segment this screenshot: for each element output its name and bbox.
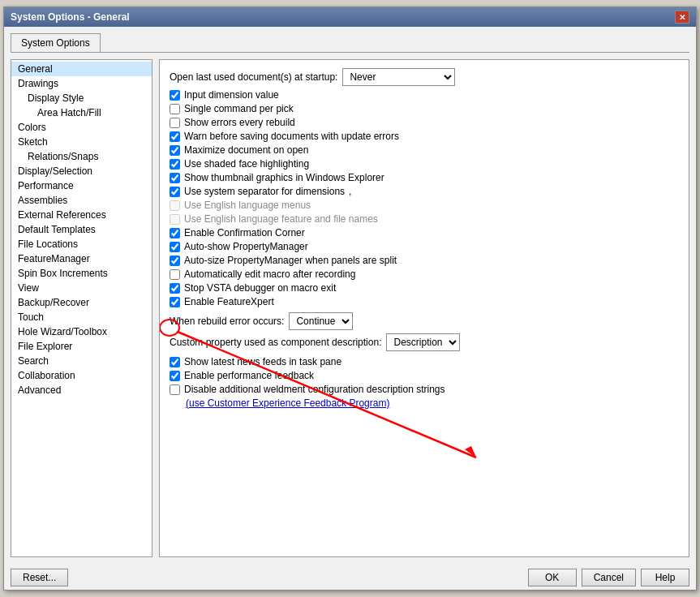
rebuild-label: When rebuild error occurs: [170, 316, 284, 327]
close-button[interactable]: ✕ [675, 11, 689, 24]
checkbox-cb11[interactable] [170, 228, 180, 238]
sidebar-item[interactable]: Default Templates [11, 222, 152, 237]
checkbox-lcb3[interactable] [170, 384, 180, 395]
sidebar: GeneralDrawingsDisplay StyleArea Hatch/F… [11, 59, 152, 557]
checkboxes-container: Input dimension valueSingle command per … [170, 89, 679, 307]
checkbox-cb2[interactable] [170, 104, 180, 114]
checkbox-row: Maximize document on open [170, 144, 679, 156]
main-panel: Open last used document(s) at startup: N… [159, 59, 689, 557]
custom-prop-select[interactable]: DescriptionTitleCustom [386, 333, 460, 351]
window-body: System Options GeneralDrawingsDisplay St… [4, 27, 696, 564]
checkbox-cb12[interactable] [170, 242, 180, 252]
sidebar-item[interactable]: Display/Selection [11, 164, 152, 178]
reset-button[interactable]: Reset... [11, 569, 68, 586]
checkbox-cb10[interactable] [170, 214, 180, 225]
sidebar-item[interactable]: Performance [11, 178, 152, 193]
sidebar-item[interactable]: Relations/Snaps [11, 149, 152, 164]
checkbox-label: Use English language feature and file na… [184, 213, 378, 225]
main-window: System Options - General ✕ System Option… [3, 6, 697, 591]
sidebar-item[interactable]: Hole Wizard/Toolbox [11, 324, 152, 339]
checkbox-row: Auto-show PropertyManager [170, 241, 679, 252]
sidebar-item[interactable]: FeatureManager [11, 251, 152, 266]
checkbox-cb13[interactable] [170, 256, 180, 266]
sidebar-item[interactable]: General [11, 62, 152, 76]
ok-button[interactable]: OK [528, 569, 577, 586]
sidebar-item[interactable]: File Locations [11, 237, 152, 251]
sidebar-item[interactable]: View [11, 281, 152, 295]
checkbox-lcb1[interactable] [170, 357, 180, 367]
tab-system-options[interactable]: System Options [11, 33, 101, 52]
checkbox-row: Input dimension value [170, 89, 679, 101]
startup-label: Open last used document(s) at startup: [170, 71, 337, 83]
sidebar-item[interactable]: Search [11, 354, 152, 368]
sidebar-item[interactable]: Assemblies [11, 193, 152, 208]
help-button[interactable]: Help [641, 569, 689, 586]
checkbox-cb4[interactable] [170, 131, 180, 142]
checkbox-cb16[interactable] [170, 297, 180, 307]
checkbox-cb1[interactable] [170, 90, 180, 101]
checkbox-row: Stop VSTA debugger on macro exit [170, 282, 679, 294]
checkbox-row: Use shaded face highlighting [170, 158, 679, 170]
sidebar-item[interactable]: Display Style [11, 91, 152, 105]
checkbox-row: Single command per pick [170, 103, 679, 114]
checkbox-label: Auto-show PropertyManager [184, 241, 308, 252]
checkbox-cb3[interactable] [170, 118, 180, 128]
checkbox-label: Show thumbnail graphics in Windows Explo… [184, 172, 384, 183]
checkbox-label: Warn before saving documents with update… [184, 131, 399, 142]
sidebar-item[interactable]: Backup/Recover [11, 295, 152, 310]
rebuild-select[interactable]: ContinueStopPrompt [289, 312, 353, 330]
rebuild-row: When rebuild error occurs: ContinueStopP… [170, 312, 679, 330]
checkbox-row: Use system separator for dimensions , [170, 186, 679, 197]
checkbox-row: Enable Confirmation Corner [170, 227, 679, 238]
sidebar-item[interactable]: External References [11, 208, 152, 222]
checkbox-row: Show errors every rebuild [170, 117, 679, 128]
startup-row: Open last used document(s) at startup: N… [170, 68, 679, 86]
checkbox-row: Show thumbnail graphics in Windows Explo… [170, 172, 679, 183]
checkbox-cb8[interactable] [170, 187, 180, 197]
title-bar-buttons: ✕ [675, 11, 689, 24]
startup-select[interactable]: NeverLast used documentAll open document… [342, 68, 455, 86]
checkbox-label: Single command per pick [184, 103, 294, 114]
checkbox-label: Show errors every rebuild [184, 117, 295, 128]
checkbox-cb6[interactable] [170, 159, 180, 170]
dialog-buttons: OK Cancel Help [528, 569, 689, 586]
checkbox-label: Automatically edit macro after recording [184, 268, 355, 280]
checkbox-cb7[interactable] [170, 173, 180, 183]
sidebar-item[interactable]: Colors [11, 120, 152, 135]
sidebar-item[interactable]: Advanced [11, 383, 152, 397]
checkbox-lcb2[interactable] [170, 371, 180, 381]
lower-checkboxes-container: Show latest news feeds in task paneEnabl… [170, 356, 679, 395]
checkbox-label: Stop VSTA debugger on macro exit [184, 282, 336, 294]
cancel-button[interactable]: Cancel [582, 569, 636, 586]
sidebar-item[interactable]: File Explorer [11, 339, 152, 354]
checkbox-cb9[interactable] [170, 200, 180, 211]
checkbox-row: Enable performance feedback [170, 370, 679, 381]
sidebar-item[interactable]: Touch [11, 310, 152, 324]
tab-bar: System Options [11, 33, 689, 53]
checkbox-label: Input dimension value [184, 89, 279, 101]
sidebar-item[interactable]: Drawings [11, 76, 152, 91]
checkbox-cb15[interactable] [170, 283, 180, 294]
comma-note: , [349, 186, 351, 197]
feedback-link[interactable]: (use Customer Experience Feedback Progra… [186, 397, 389, 409]
checkbox-row: Disable additional weldment configuratio… [170, 384, 679, 395]
checkbox-label: Use system separator for dimensions [184, 186, 345, 197]
checkbox-cb14[interactable] [170, 269, 180, 280]
checkbox-label: Use English language menus [184, 200, 311, 211]
checkbox-label: Disable additional weldment configuratio… [184, 384, 445, 395]
checkbox-row: Use English language menus [170, 200, 679, 211]
checkbox-label: Auto-size PropertyManager when panels ar… [184, 255, 397, 266]
sidebar-item[interactable]: Area Hatch/Fill [11, 105, 152, 120]
checkbox-label: Maximize document on open [184, 144, 308, 156]
checkbox-row: Warn before saving documents with update… [170, 131, 679, 142]
sidebar-item[interactable]: Collaboration [11, 368, 152, 383]
checkbox-label: Enable FeatureXpert [184, 296, 274, 307]
sidebar-item[interactable]: Sketch [11, 135, 152, 149]
checkbox-label: Enable performance feedback [184, 370, 314, 381]
checkbox-row: Automatically edit macro after recording [170, 268, 679, 280]
content-area: GeneralDrawingsDisplay StyleArea Hatch/F… [11, 59, 689, 557]
title-bar: System Options - General ✕ [4, 7, 696, 27]
checkbox-cb5[interactable] [170, 145, 180, 156]
bottom-bar: Reset... OK Cancel Help [4, 564, 696, 590]
sidebar-item[interactable]: Spin Box Increments [11, 266, 152, 281]
